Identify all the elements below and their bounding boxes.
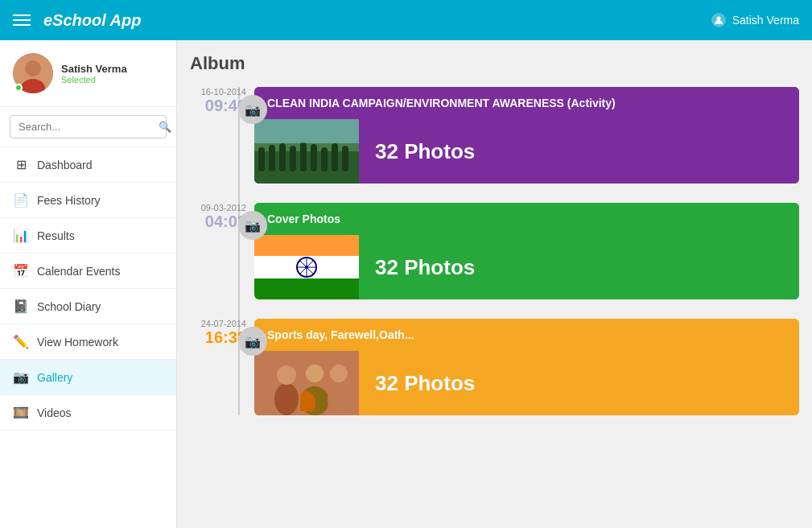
hamburger-menu[interactable]	[13, 14, 31, 26]
svg-point-30	[306, 365, 324, 382]
svg-rect-10	[300, 142, 307, 171]
app-logo: eSchool App	[43, 11, 141, 30]
svg-point-32	[330, 365, 348, 382]
album-card-body-2: 32 Photos	[254, 235, 799, 299]
dashboard-icon: ⊞	[13, 157, 29, 172]
svg-point-0	[716, 17, 720, 21]
svg-point-28	[277, 365, 296, 385]
timeline-item: 16-10-2014 09:46 📷 CLEAN INDIA CAMPAIGN/…	[254, 87, 799, 184]
search-input[interactable]	[19, 121, 154, 133]
album-card-2[interactable]: Cover Photos	[254, 203, 799, 299]
svg-rect-12	[321, 147, 328, 171]
gallery-icon: 📷	[13, 369, 29, 385]
sidebar-item-label: Fees History	[37, 194, 101, 207]
svg-rect-7	[269, 145, 275, 171]
profile-name: Satish Verma	[61, 63, 127, 75]
album-photos-count-3: 32 Photos	[359, 371, 491, 396]
svg-point-27	[274, 383, 299, 415]
album-photos-count-2: 32 Photos	[359, 255, 491, 280]
sidebar-item-gallery[interactable]: 📷 Gallery	[0, 360, 176, 395]
search-icon[interactable]: 🔍	[159, 121, 171, 133]
album-thumbnail	[254, 119, 359, 184]
search-container: 🔍	[0, 107, 176, 147]
svg-rect-19	[254, 278, 359, 299]
album-card-3[interactable]: Sports day, Farewell,Oath...	[254, 319, 799, 415]
svg-rect-8	[279, 143, 286, 171]
sidebar-item-label: Calendar Events	[37, 265, 121, 278]
sidebar-item-view-homework[interactable]: ✏️ View Homework	[0, 324, 176, 360]
svg-rect-17	[254, 235, 359, 256]
search-box: 🔍	[10, 115, 167, 138]
diary-icon: 📓	[13, 299, 29, 314]
svg-rect-9	[290, 146, 296, 171]
sidebar-item-label: Results	[37, 229, 75, 242]
sidebar-item-calendar-events[interactable]: 📅 Calendar Events	[0, 254, 176, 289]
homework-icon: ✏️	[13, 334, 29, 349]
sidebar-item-school-diary[interactable]: 📓 School Diary	[0, 289, 176, 324]
sidebar-item-label: Dashboard	[37, 159, 93, 171]
timeline-item-3: 24-07-2014 16:38 📷 Sports day, Farewell,…	[254, 319, 799, 415]
svg-rect-15	[254, 119, 359, 143]
navbar-username: Satish Verma	[732, 14, 799, 27]
svg-point-2	[25, 60, 41, 76]
page-title: Album	[190, 53, 799, 74]
sidebar-item-dashboard[interactable]: ⊞ Dashboard	[0, 147, 176, 183]
sidebar-item-label: Videos	[37, 406, 72, 419]
sidebar-item-fees-history[interactable]: 📄 Fees History	[0, 183, 176, 218]
profile-status: Selected	[61, 75, 127, 85]
camera-icon-3: 📷	[245, 334, 261, 349]
album-date-2: 09-03-2012	[190, 203, 246, 212]
sidebar-item-label: View Homework	[37, 336, 118, 349]
sidebar: Satish Verma Selected 🔍 ⊞ Dashboard 📄 Fe…	[0, 40, 177, 528]
user-avatar-icon	[711, 13, 726, 27]
svg-point-31	[328, 383, 350, 415]
videos-icon: 🎞️	[13, 405, 29, 420]
svg-rect-6	[258, 147, 265, 171]
results-icon: 📊	[13, 228, 29, 243]
album-date: 16-10-2014	[190, 87, 246, 97]
navbar-right: Satish Verma	[711, 13, 799, 27]
album-date-3: 24-07-2014	[190, 319, 246, 328]
svg-rect-14	[342, 146, 348, 171]
album-card-header: CLEAN INDIA CAMPAIGN/ENVIRONMENT AWARENE…	[254, 87, 799, 119]
timeline-item-2: 09-03-2012 04:03 📷 Cover Photos	[254, 203, 799, 299]
navbar-left: eSchool App	[13, 11, 141, 30]
sidebar-item-label: Gallery	[37, 371, 72, 384]
content-area: Album 16-10-2014 09:46 📷 CLEAN INDIA CAM…	[177, 40, 812, 528]
album-card-1[interactable]: CLEAN INDIA CAMPAIGN/ENVIRONMENT AWARENE…	[254, 87, 799, 184]
sidebar-item-results[interactable]: 📊 Results	[0, 218, 176, 254]
fees-icon: 📄	[13, 192, 29, 208]
sidebar-nav: ⊞ Dashboard 📄 Fees History 📊 Results 📅 C…	[0, 147, 176, 431]
album-timeline: 16-10-2014 09:46 📷 CLEAN INDIA CAMPAIGN/…	[190, 87, 799, 415]
sidebar-item-label: School Diary	[37, 300, 101, 313]
album-card-header-2: Cover Photos	[254, 203, 799, 235]
main-layout: Satish Verma Selected 🔍 ⊞ Dashboard 📄 Fe…	[0, 40, 812, 528]
top-navbar: eSchool App Satish Verma	[0, 0, 812, 40]
online-indicator	[14, 84, 23, 92]
svg-rect-11	[311, 144, 317, 171]
timeline-dot-2: 📷	[238, 211, 267, 240]
avatar-container	[13, 53, 53, 93]
album-thumbnail-3	[254, 351, 359, 415]
svg-rect-13	[332, 143, 338, 171]
album-photos-count: 32 Photos	[359, 139, 491, 164]
album-card-body-3: 32 Photos	[254, 351, 799, 415]
profile-info: Satish Verma Selected	[61, 63, 127, 85]
camera-icon: 📷	[245, 102, 261, 118]
profile-section: Satish Verma Selected	[0, 40, 176, 107]
album-thumbnail-2	[254, 235, 359, 299]
camera-icon-2: 📷	[245, 218, 261, 233]
album-card-body: 32 Photos	[254, 119, 799, 184]
timeline-dot-3: 📷	[238, 327, 267, 356]
timeline-dot-1: 📷	[238, 95, 267, 124]
calendar-icon: 📅	[13, 263, 29, 278]
album-card-header-3: Sports day, Farewell,Oath...	[254, 319, 799, 351]
sidebar-item-videos[interactable]: 🎞️ Videos	[0, 395, 176, 431]
